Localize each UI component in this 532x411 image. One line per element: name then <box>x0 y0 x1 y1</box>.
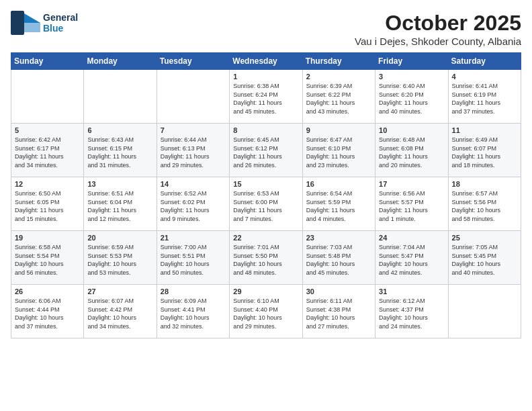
location-subtitle: Vau i Dejes, Shkoder County, Albania <box>355 36 521 47</box>
col-header-wednesday: Wednesday <box>230 53 302 70</box>
calendar-day-11: 11Sunrise: 6:49 AM Sunset: 6:07 PM Dayli… <box>448 124 521 177</box>
col-header-sunday: Sunday <box>11 53 84 70</box>
day-info: Sunrise: 6:50 AM Sunset: 6:05 PM Dayligh… <box>15 189 80 223</box>
day-number: 10 <box>379 126 444 134</box>
calendar-day-1: 1Sunrise: 6:38 AM Sunset: 6:24 PM Daylig… <box>230 70 302 124</box>
calendar-day-16: 16Sunrise: 6:54 AM Sunset: 5:59 PM Dayli… <box>302 177 375 231</box>
day-info: Sunrise: 6:12 AM Sunset: 4:37 PM Dayligh… <box>379 297 444 330</box>
col-header-monday: Monday <box>84 53 157 70</box>
day-number: 30 <box>306 287 371 295</box>
day-number: 24 <box>379 234 444 242</box>
logo: General Blue <box>11 11 78 35</box>
calendar-day-28: 28Sunrise: 6:09 AM Sunset: 4:41 PM Dayli… <box>157 285 229 338</box>
day-info: Sunrise: 7:05 AM Sunset: 5:45 PM Dayligh… <box>452 243 517 277</box>
calendar-day-24: 24Sunrise: 7:04 AM Sunset: 5:47 PM Dayli… <box>375 231 448 285</box>
calendar-empty <box>11 70 84 124</box>
calendar-day-4: 4Sunrise: 6:41 AM Sunset: 6:19 PM Daylig… <box>448 70 521 124</box>
calendar-day-14: 14Sunrise: 6:52 AM Sunset: 6:02 PM Dayli… <box>157 177 229 231</box>
day-info: Sunrise: 7:00 AM Sunset: 5:51 PM Dayligh… <box>161 243 226 277</box>
calendar-day-3: 3Sunrise: 6:40 AM Sunset: 6:20 PM Daylig… <box>375 70 448 124</box>
day-info: Sunrise: 6:42 AM Sunset: 6:17 PM Dayligh… <box>15 136 80 169</box>
day-number: 20 <box>87 234 152 242</box>
calendar-day-5: 5Sunrise: 6:42 AM Sunset: 6:17 PM Daylig… <box>11 124 84 177</box>
month-title: October 2025 <box>355 11 521 36</box>
calendar-week-3: 12Sunrise: 6:50 AM Sunset: 6:05 PM Dayli… <box>11 177 521 231</box>
calendar-day-10: 10Sunrise: 6:48 AM Sunset: 6:08 PM Dayli… <box>375 124 448 177</box>
calendar-day-27: 27Sunrise: 6:07 AM Sunset: 4:42 PM Dayli… <box>84 285 157 338</box>
day-number: 16 <box>306 180 371 188</box>
logo-text-general: General <box>43 12 78 23</box>
day-info: Sunrise: 6:44 AM Sunset: 6:13 PM Dayligh… <box>161 136 226 169</box>
title-block: October 2025 Vau i Dejes, Shkoder County… <box>355 11 521 47</box>
svg-marker-2 <box>24 23 40 32</box>
calendar-body: 1Sunrise: 6:38 AM Sunset: 6:24 PM Daylig… <box>11 70 521 338</box>
calendar-table: SundayMondayTuesdayWednesdayThursdayFrid… <box>11 52 521 338</box>
calendar-day-21: 21Sunrise: 7:00 AM Sunset: 5:51 PM Dayli… <box>157 231 229 285</box>
day-number: 17 <box>379 180 444 188</box>
day-number: 13 <box>87 180 152 188</box>
day-number: 6 <box>87 126 152 134</box>
calendar-day-30: 30Sunrise: 6:11 AM Sunset: 4:38 PM Dayli… <box>302 285 375 338</box>
calendar-day-2: 2Sunrise: 6:39 AM Sunset: 6:22 PM Daylig… <box>302 70 375 124</box>
day-info: Sunrise: 6:51 AM Sunset: 6:04 PM Dayligh… <box>87 189 152 223</box>
logo-text-blue: Blue <box>43 23 78 34</box>
calendar-day-25: 25Sunrise: 7:05 AM Sunset: 5:45 PM Dayli… <box>448 231 521 285</box>
calendar-day-7: 7Sunrise: 6:44 AM Sunset: 6:13 PM Daylig… <box>157 124 229 177</box>
calendar-day-15: 15Sunrise: 6:53 AM Sunset: 6:00 PM Dayli… <box>230 177 302 231</box>
calendar-week-4: 19Sunrise: 6:58 AM Sunset: 5:54 PM Dayli… <box>11 231 521 285</box>
calendar-day-18: 18Sunrise: 6:57 AM Sunset: 5:56 PM Dayli… <box>448 177 521 231</box>
calendar-day-12: 12Sunrise: 6:50 AM Sunset: 6:05 PM Dayli… <box>11 177 84 231</box>
day-info: Sunrise: 6:38 AM Sunset: 6:24 PM Dayligh… <box>233 82 298 116</box>
calendar-day-8: 8Sunrise: 6:45 AM Sunset: 6:12 PM Daylig… <box>230 124 302 177</box>
day-info: Sunrise: 7:03 AM Sunset: 5:48 PM Dayligh… <box>306 243 371 277</box>
day-info: Sunrise: 6:59 AM Sunset: 5:53 PM Dayligh… <box>87 243 152 277</box>
calendar-day-26: 26Sunrise: 6:06 AM Sunset: 4:44 PM Dayli… <box>11 285 84 338</box>
calendar-empty <box>448 285 521 338</box>
day-number: 18 <box>452 180 517 188</box>
calendar-week-1: 1Sunrise: 6:38 AM Sunset: 6:24 PM Daylig… <box>11 70 521 124</box>
day-number: 29 <box>233 287 298 295</box>
day-number: 19 <box>15 234 80 242</box>
day-number: 5 <box>15 126 80 134</box>
day-info: Sunrise: 6:39 AM Sunset: 6:22 PM Dayligh… <box>306 82 371 116</box>
calendar-empty <box>157 70 229 124</box>
svg-rect-0 <box>11 11 24 35</box>
day-number: 9 <box>306 126 371 134</box>
day-info: Sunrise: 6:09 AM Sunset: 4:41 PM Dayligh… <box>161 297 226 330</box>
day-number: 2 <box>306 73 371 81</box>
day-info: Sunrise: 7:04 AM Sunset: 5:47 PM Dayligh… <box>379 243 444 277</box>
page-header: General Blue October 2025 Vau i Dejes, S… <box>11 11 521 47</box>
day-info: Sunrise: 6:48 AM Sunset: 6:08 PM Dayligh… <box>379 136 444 169</box>
day-number: 11 <box>452 126 517 134</box>
logo-icon <box>11 11 40 35</box>
day-number: 1 <box>233 73 298 81</box>
col-header-tuesday: Tuesday <box>157 53 229 70</box>
day-info: Sunrise: 6:41 AM Sunset: 6:19 PM Dayligh… <box>452 82 517 116</box>
day-number: 27 <box>87 287 152 295</box>
col-header-thursday: Thursday <box>302 53 375 70</box>
day-info: Sunrise: 7:01 AM Sunset: 5:50 PM Dayligh… <box>233 243 298 277</box>
calendar-day-29: 29Sunrise: 6:10 AM Sunset: 4:40 PM Dayli… <box>230 285 302 338</box>
calendar-week-2: 5Sunrise: 6:42 AM Sunset: 6:17 PM Daylig… <box>11 124 521 177</box>
day-number: 26 <box>15 287 80 295</box>
calendar-day-20: 20Sunrise: 6:59 AM Sunset: 5:53 PM Dayli… <box>84 231 157 285</box>
day-number: 15 <box>233 180 298 188</box>
col-header-friday: Friday <box>375 53 448 70</box>
day-info: Sunrise: 6:45 AM Sunset: 6:12 PM Dayligh… <box>233 136 298 169</box>
day-info: Sunrise: 6:52 AM Sunset: 6:02 PM Dayligh… <box>161 189 226 223</box>
calendar-header-row: SundayMondayTuesdayWednesdayThursdayFrid… <box>11 53 521 70</box>
calendar-day-17: 17Sunrise: 6:56 AM Sunset: 5:57 PM Dayli… <box>375 177 448 231</box>
calendar-day-6: 6Sunrise: 6:43 AM Sunset: 6:15 PM Daylig… <box>84 124 157 177</box>
day-info: Sunrise: 6:56 AM Sunset: 5:57 PM Dayligh… <box>379 189 444 223</box>
day-info: Sunrise: 6:49 AM Sunset: 6:07 PM Dayligh… <box>452 136 517 169</box>
day-number: 4 <box>452 73 517 81</box>
calendar-day-9: 9Sunrise: 6:47 AM Sunset: 6:10 PM Daylig… <box>302 124 375 177</box>
day-info: Sunrise: 6:43 AM Sunset: 6:15 PM Dayligh… <box>87 136 152 169</box>
day-number: 28 <box>161 287 226 295</box>
day-info: Sunrise: 6:47 AM Sunset: 6:10 PM Dayligh… <box>306 136 371 169</box>
day-number: 25 <box>452 234 517 242</box>
day-number: 31 <box>379 287 444 295</box>
calendar-day-23: 23Sunrise: 7:03 AM Sunset: 5:48 PM Dayli… <box>302 231 375 285</box>
day-number: 21 <box>161 234 226 242</box>
day-number: 7 <box>161 126 226 134</box>
